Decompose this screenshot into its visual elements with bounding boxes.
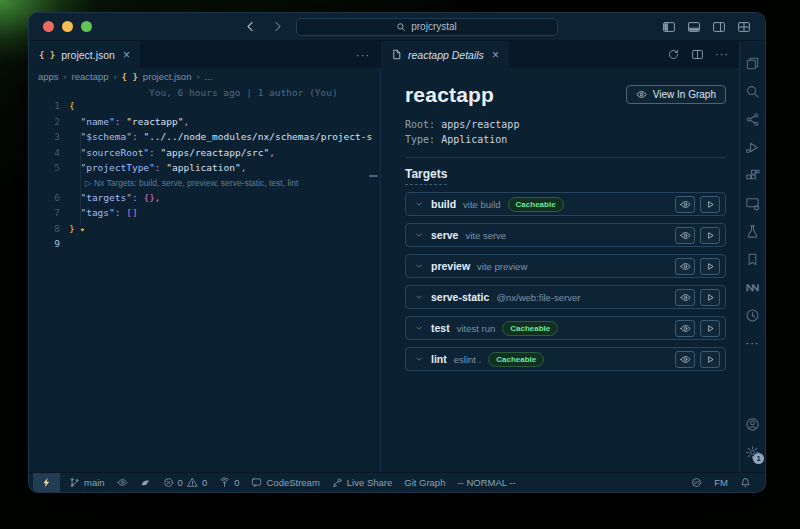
minimize-window-button[interactable] [62, 21, 73, 32]
more-actions-icon[interactable]: ··· [356, 49, 370, 61]
chevron-down-icon[interactable] [414, 354, 424, 364]
run-target-button[interactable] [700, 227, 720, 244]
layout-right-icon[interactable] [712, 20, 726, 34]
more-icon[interactable]: ··· [715, 49, 729, 60]
layout-left-icon[interactable] [662, 20, 676, 34]
run-target-button[interactable] [700, 320, 720, 337]
breadcrumb-item[interactable]: ... [204, 71, 212, 82]
chevron-down-icon[interactable] [414, 261, 424, 271]
chevron-down-icon[interactable] [414, 230, 424, 240]
activity-item-more-icon[interactable]: ··· [740, 329, 765, 357]
command-center-search[interactable]: projcrystal [296, 18, 558, 36]
code-line[interactable]: 3 "$schema": "../../node_modules/nx/sche… [29, 131, 380, 147]
code-token [69, 131, 80, 142]
close-icon[interactable]: × [492, 48, 499, 62]
view-in-graph-button[interactable]: View In Graph [626, 85, 726, 104]
activity-item-settings-gear-icon[interactable]: 1 [740, 438, 765, 466]
refresh-icon[interactable] [667, 48, 680, 61]
close-icon[interactable]: × [123, 48, 130, 62]
code-line[interactable]: 6 "targets": {}, [29, 192, 380, 208]
eye-icon [636, 89, 647, 100]
code-token: "tags" [80, 207, 114, 218]
breadcrumb-item[interactable]: project.json [143, 71, 192, 82]
code-line[interactable]: 7 "tags": [] [29, 207, 380, 223]
activity-item-files-icon[interactable] [740, 49, 765, 77]
code-token: "sourceRoot" [80, 147, 149, 158]
layout-grid-icon[interactable] [737, 20, 751, 34]
activity-item-nx-console-icon[interactable] [740, 273, 765, 301]
activity-item-account-icon[interactable] [740, 410, 765, 438]
activity-item-search-icon[interactable] [740, 77, 765, 105]
status-item-live-share[interactable]: Live Share [326, 473, 398, 492]
target-row-preview[interactable]: previewvite preview [405, 254, 726, 278]
view-target-button[interactable] [675, 289, 695, 306]
chevron-down-icon[interactable] [414, 199, 424, 209]
breadcrumb[interactable]: apps›reactapp›{ }project.json›... [29, 68, 380, 85]
activity-bar: ···1 [739, 41, 765, 472]
chevron-down-icon[interactable] [414, 323, 424, 333]
extensions-icon [745, 168, 760, 183]
code-area[interactable]: 1{2 "name": "reactapp",3 "$schema": "../… [29, 100, 380, 472]
zoom-window-button[interactable] [81, 21, 92, 32]
run-target-button[interactable] [700, 289, 720, 306]
back-icon[interactable] [244, 20, 257, 33]
code-token [69, 207, 80, 218]
status-item-broadcast[interactable]: 0 [213, 473, 245, 492]
nx-targets-codelens[interactable]: ▷ Nx Targets: build, serve, preview, ser… [29, 178, 380, 192]
run-target-button[interactable] [700, 351, 720, 368]
split-icon[interactable] [691, 48, 704, 61]
editor-project-json[interactable]: apps›reactapp›{ }project.json›... You, 6… [29, 68, 381, 472]
line-number: 7 [29, 207, 69, 218]
code-line[interactable]: 2 "name": "reactapp", [29, 116, 380, 132]
activity-item-clock-icon[interactable] [740, 301, 765, 329]
target-row-test[interactable]: testvitest runCacheable [405, 316, 726, 340]
code-line[interactable]: 8} ✦ [29, 223, 380, 239]
status-item-vim-mode[interactable]: -- NORMAL -- [451, 473, 521, 492]
run-target-button[interactable] [700, 196, 720, 213]
status-label: FM [714, 477, 728, 488]
scrollbar-marker[interactable] [369, 175, 378, 177]
activity-item-source-control-icon[interactable] [740, 105, 765, 133]
target-row-serve[interactable]: servevite serve [405, 223, 726, 247]
traffic-lights [29, 21, 139, 32]
layout-panel-icon[interactable] [687, 20, 701, 34]
activity-item-extensions-icon[interactable] [740, 161, 765, 189]
chevron-down-icon[interactable] [414, 292, 424, 302]
status-item-git-graph[interactable]: Git Graph [398, 473, 451, 492]
view-target-button[interactable] [675, 351, 695, 368]
status-item-problems[interactable]: 00 [157, 473, 214, 492]
status-item-bird-indicator[interactable] [134, 473, 157, 492]
view-target-button[interactable] [675, 196, 695, 213]
target-row-build[interactable]: buildvite buildCacheable [405, 192, 726, 216]
status-item-formatter[interactable] [685, 473, 708, 492]
type-label: Type: [405, 134, 435, 145]
code-line[interactable]: 9 [29, 238, 380, 254]
run-target-button[interactable] [700, 258, 720, 275]
code-line[interactable]: 4 "sourceRoot": "apps/reactapp/src", [29, 147, 380, 163]
status-item-fm-indicator[interactable]: FM [708, 473, 734, 492]
activity-item-testing-icon[interactable] [740, 217, 765, 245]
breadcrumb-item[interactable]: apps [38, 71, 59, 82]
status-item-gitlens-toggle[interactable] [111, 473, 134, 492]
view-target-button[interactable] [675, 258, 695, 275]
code-line[interactable]: 5 "projectType": "application", [29, 162, 380, 178]
activity-item-remote-explorer-icon[interactable] [740, 189, 765, 217]
activity-item-bookmarks-icon[interactable] [740, 245, 765, 273]
view-target-button[interactable] [675, 227, 695, 244]
status-item-codestream[interactable]: CodeStream [245, 473, 325, 492]
tab-reactapp-details[interactable]: reactapp Details × [381, 41, 510, 68]
status-item-remote-bolt[interactable] [33, 473, 60, 492]
json-braces-icon: { } [39, 50, 55, 60]
code-line[interactable]: 1{ [29, 100, 380, 116]
activity-item-run-debug-icon[interactable] [740, 133, 765, 161]
gitlens-blame[interactable]: You, 6 hours ago | 1 author (You) [29, 85, 380, 100]
tab-project-json[interactable]: { } project.json × [29, 41, 141, 68]
status-item-git-branch[interactable]: main [63, 473, 111, 492]
target-row-lint[interactable]: linteslint .Cacheable [405, 347, 726, 371]
view-target-button[interactable] [675, 320, 695, 337]
target-row-serve-static[interactable]: serve-static@nx/web:file-server [405, 285, 726, 309]
close-window-button[interactable] [43, 21, 54, 32]
status-item-notifications[interactable] [734, 473, 757, 492]
forward-icon[interactable] [271, 20, 284, 33]
breadcrumb-item[interactable]: reactapp [72, 71, 109, 82]
